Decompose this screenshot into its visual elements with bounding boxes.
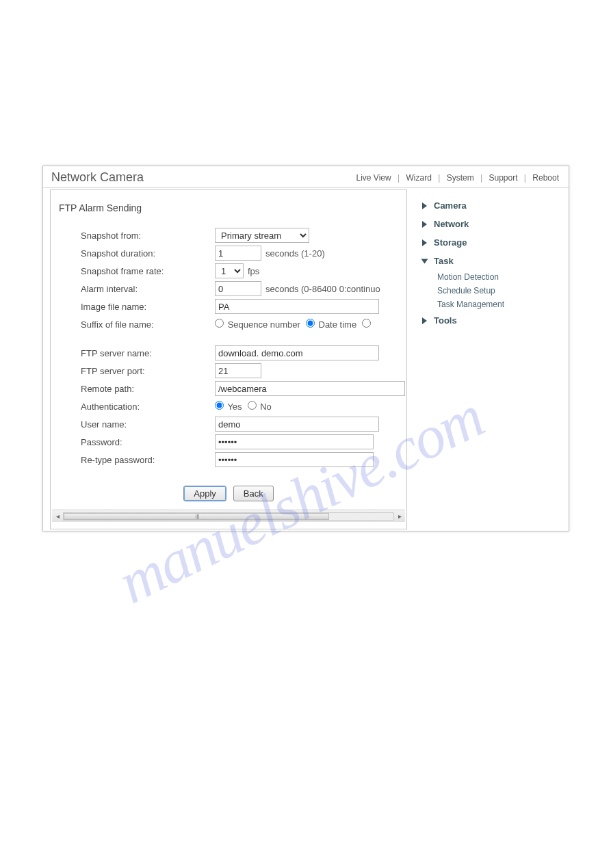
sidebar-item-task[interactable]: Task bbox=[422, 252, 562, 270]
sidebar-item-tools[interactable]: Tools bbox=[422, 311, 562, 330]
unit-fps: fps bbox=[248, 266, 259, 276]
label-remote-path: Remote path: bbox=[81, 384, 215, 394]
label-image-file-name: Image file name: bbox=[81, 302, 215, 312]
label-snapshot-duration: Snapshot duration: bbox=[81, 248, 215, 259]
back-button[interactable]: Back bbox=[233, 486, 274, 501]
scroll-track[interactable] bbox=[63, 512, 394, 521]
auth-no-radio[interactable]: No bbox=[248, 401, 272, 412]
label-ftp-server-name: FTP server name: bbox=[81, 348, 215, 358]
label-alarm-interval: Alarm interval: bbox=[81, 284, 215, 294]
nav-support[interactable]: Support bbox=[489, 173, 517, 183]
sidebar-item-storage[interactable]: Storage bbox=[422, 233, 562, 252]
ftp-server-port-input[interactable] bbox=[215, 363, 261, 378]
label-snapshot-from: Snapshot from: bbox=[81, 231, 215, 241]
nav-sep: | bbox=[398, 173, 400, 183]
chevron-down-icon bbox=[421, 259, 428, 263]
user-name-input[interactable] bbox=[215, 417, 379, 432]
label-ftp-server-port: FTP server port: bbox=[81, 366, 215, 376]
page-heading: FTP Alarm Sending bbox=[59, 202, 406, 213]
label-user-name: User name: bbox=[81, 419, 215, 430]
scroll-thumb[interactable] bbox=[64, 513, 329, 520]
image-file-name-input[interactable] bbox=[215, 299, 379, 314]
scroll-left-arrow[interactable]: ◂ bbox=[52, 512, 63, 520]
suffix-third-radio[interactable] bbox=[362, 319, 372, 330]
nav-system[interactable]: System bbox=[447, 173, 474, 183]
chevron-right-icon bbox=[422, 202, 427, 209]
chevron-right-icon bbox=[422, 239, 427, 246]
chevron-right-icon bbox=[422, 317, 427, 324]
scroll-right-arrow[interactable]: ▸ bbox=[394, 512, 405, 520]
nav-sep: | bbox=[524, 173, 526, 183]
nav-reboot[interactable]: Reboot bbox=[532, 173, 559, 183]
apply-button[interactable]: Apply bbox=[183, 486, 226, 501]
sidebar-sub-motion-detection[interactable]: Motion Detection bbox=[437, 270, 562, 284]
label-authentication: Authentication: bbox=[81, 402, 215, 412]
alarm-interval-input[interactable] bbox=[215, 281, 261, 296]
password-input[interactable] bbox=[215, 434, 374, 449]
chevron-right-icon bbox=[422, 221, 427, 228]
ftp-server-name-input[interactable] bbox=[215, 345, 379, 360]
snapshot-from-select[interactable]: Primary stream bbox=[215, 228, 309, 243]
label-password: Password: bbox=[81, 437, 215, 447]
sidebar-item-network[interactable]: Network bbox=[422, 215, 562, 233]
label-suffix: Suffix of file name: bbox=[81, 319, 215, 330]
auth-yes-radio[interactable]: Yes bbox=[215, 401, 242, 412]
nav-sep: | bbox=[480, 173, 482, 183]
unit-seconds-range: seconds (1-20) bbox=[265, 248, 325, 259]
horizontal-scrollbar[interactable]: ◂ ▸ bbox=[52, 510, 405, 522]
nav-live-view[interactable]: Live View bbox=[356, 173, 391, 183]
snapshot-frame-rate-select[interactable]: 1 bbox=[215, 263, 244, 278]
label-retype-password: Re-type password: bbox=[81, 455, 215, 465]
sidebar-sub-schedule-setup[interactable]: Schedule Setup bbox=[437, 284, 562, 298]
nav-sep: | bbox=[438, 173, 440, 183]
sidebar-sub-task-management[interactable]: Task Management bbox=[437, 298, 562, 311]
suffix-sequence-radio[interactable]: Sequence number bbox=[215, 319, 300, 330]
suffix-datetime-radio[interactable]: Date time bbox=[306, 319, 356, 330]
nav-wizard[interactable]: Wizard bbox=[406, 173, 431, 183]
sidebar-item-camera[interactable]: Camera bbox=[422, 196, 562, 215]
retype-password-input[interactable] bbox=[215, 452, 374, 467]
snapshot-duration-input[interactable] bbox=[215, 246, 261, 261]
label-snapshot-frame-rate: Snapshot frame rate: bbox=[81, 266, 215, 276]
app-title: Network Camera bbox=[51, 170, 144, 185]
remote-path-input[interactable] bbox=[215, 381, 405, 396]
unit-seconds-cont: seconds (0-86400 0:continuo bbox=[265, 284, 380, 294]
